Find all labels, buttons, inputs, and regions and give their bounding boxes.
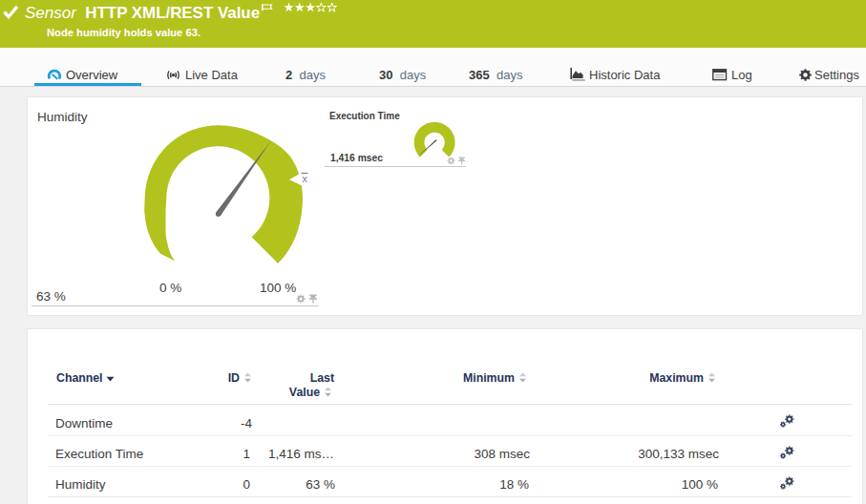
svg-text:x: x (302, 173, 307, 184)
